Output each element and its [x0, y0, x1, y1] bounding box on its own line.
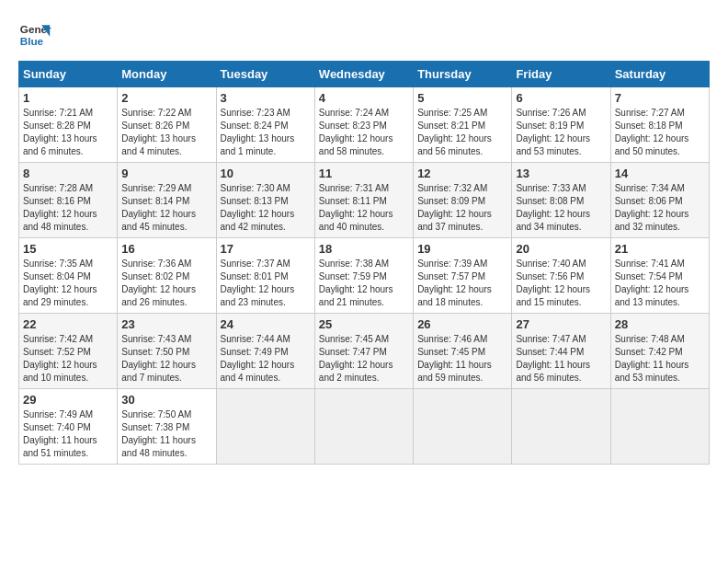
calendar-cell: 21Sunrise: 7:41 AMSunset: 7:54 PMDayligh…	[610, 238, 709, 314]
calendar-cell: 22Sunrise: 7:42 AMSunset: 7:52 PMDayligh…	[19, 314, 118, 389]
column-header-thursday: Thursday	[414, 62, 512, 87]
day-number: 28	[615, 317, 705, 331]
calendar-cell: 19Sunrise: 7:39 AMSunset: 7:57 PMDayligh…	[414, 238, 512, 314]
day-info: Sunrise: 7:26 AMSunset: 8:19 PMDaylight:…	[516, 107, 606, 158]
calendar-cell: 10Sunrise: 7:30 AMSunset: 8:13 PMDayligh…	[216, 163, 314, 238]
day-number: 12	[417, 167, 507, 180]
calendar-cell	[314, 389, 413, 465]
calendar-table: SundayMondayTuesdayWednesdayThursdayFrid…	[18, 61, 710, 465]
day-info: Sunrise: 7:24 AMSunset: 8:23 PMDaylight:…	[319, 107, 409, 158]
calendar-cell: 25Sunrise: 7:45 AMSunset: 7:47 PMDayligh…	[314, 314, 413, 389]
calendar-cell: 4Sunrise: 7:24 AMSunset: 8:23 PMDaylight…	[314, 87, 413, 163]
calendar-cell: 14Sunrise: 7:34 AMSunset: 8:06 PMDayligh…	[610, 163, 709, 238]
day-info: Sunrise: 7:29 AMSunset: 8:14 PMDaylight:…	[121, 182, 211, 234]
calendar-cell: 7Sunrise: 7:27 AMSunset: 8:18 PMDaylight…	[610, 87, 709, 163]
day-number: 14	[615, 167, 705, 180]
day-number: 23	[121, 317, 211, 331]
day-number: 18	[319, 242, 409, 256]
day-info: Sunrise: 7:47 AMSunset: 7:44 PMDaylight:…	[516, 333, 606, 385]
day-number: 16	[121, 242, 211, 256]
day-info: Sunrise: 7:49 AMSunset: 7:40 PMDaylight:…	[23, 408, 113, 460]
column-header-friday: Friday	[512, 62, 610, 87]
day-info: Sunrise: 7:38 AMSunset: 7:59 PMDaylight:…	[319, 258, 409, 309]
day-number: 26	[417, 317, 507, 331]
calendar-cell: 12Sunrise: 7:32 AMSunset: 8:09 PMDayligh…	[414, 163, 512, 238]
day-info: Sunrise: 7:28 AMSunset: 8:16 PMDaylight:…	[23, 182, 113, 234]
calendar-cell: 26Sunrise: 7:46 AMSunset: 7:45 PMDayligh…	[414, 314, 512, 389]
column-header-monday: Monday	[118, 62, 216, 87]
column-header-tuesday: Tuesday	[216, 62, 314, 87]
calendar-cell: 13Sunrise: 7:33 AMSunset: 8:08 PMDayligh…	[512, 163, 610, 238]
calendar-cell: 2Sunrise: 7:22 AMSunset: 8:26 PMDaylight…	[118, 87, 216, 163]
calendar-cell: 23Sunrise: 7:43 AMSunset: 7:50 PMDayligh…	[118, 314, 216, 389]
day-info: Sunrise: 7:35 AMSunset: 8:04 PMDaylight:…	[23, 258, 113, 309]
day-number: 5	[417, 91, 507, 105]
day-info: Sunrise: 7:22 AMSunset: 8:26 PMDaylight:…	[121, 107, 211, 158]
svg-text:Blue: Blue	[20, 35, 44, 47]
day-number: 15	[23, 242, 113, 256]
day-info: Sunrise: 7:34 AMSunset: 8:06 PMDaylight:…	[615, 182, 705, 234]
day-number: 27	[516, 317, 606, 331]
calendar-cell: 1Sunrise: 7:21 AMSunset: 8:28 PMDaylight…	[19, 87, 118, 163]
calendar-cell: 24Sunrise: 7:44 AMSunset: 7:49 PMDayligh…	[216, 314, 314, 389]
day-info: Sunrise: 7:46 AMSunset: 7:45 PMDaylight:…	[417, 333, 507, 385]
day-info: Sunrise: 7:25 AMSunset: 8:21 PMDaylight:…	[417, 107, 507, 158]
day-info: Sunrise: 7:45 AMSunset: 7:47 PMDaylight:…	[319, 333, 409, 385]
day-number: 29	[23, 393, 113, 407]
day-number: 6	[516, 91, 606, 105]
day-number: 11	[319, 167, 409, 180]
calendar-cell	[414, 389, 512, 465]
day-number: 2	[121, 91, 211, 105]
calendar-cell: 27Sunrise: 7:47 AMSunset: 7:44 PMDayligh…	[512, 314, 610, 389]
calendar-cell: 9Sunrise: 7:29 AMSunset: 8:14 PMDaylight…	[118, 163, 216, 238]
calendar-cell: 29Sunrise: 7:49 AMSunset: 7:40 PMDayligh…	[19, 389, 118, 465]
day-number: 13	[516, 167, 606, 180]
day-info: Sunrise: 7:32 AMSunset: 8:09 PMDaylight:…	[417, 182, 507, 234]
column-header-wednesday: Wednesday	[314, 62, 413, 87]
day-info: Sunrise: 7:50 AMSunset: 7:38 PMDaylight:…	[121, 408, 211, 460]
calendar-cell: 3Sunrise: 7:23 AMSunset: 8:24 PMDaylight…	[216, 87, 314, 163]
day-info: Sunrise: 7:44 AMSunset: 7:49 PMDaylight:…	[221, 333, 311, 385]
day-number: 21	[615, 242, 705, 256]
day-number: 19	[417, 242, 507, 256]
day-number: 10	[221, 167, 311, 180]
calendar-cell: 11Sunrise: 7:31 AMSunset: 8:11 PMDayligh…	[314, 163, 413, 238]
column-header-sunday: Sunday	[19, 62, 118, 87]
day-info: Sunrise: 7:21 AMSunset: 8:28 PMDaylight:…	[23, 107, 113, 158]
day-info: Sunrise: 7:23 AMSunset: 8:24 PMDaylight:…	[221, 107, 311, 158]
day-info: Sunrise: 7:41 AMSunset: 7:54 PMDaylight:…	[615, 258, 705, 309]
day-number: 9	[121, 167, 211, 180]
day-number: 24	[221, 317, 311, 331]
day-number: 25	[319, 317, 409, 331]
calendar-cell: 5Sunrise: 7:25 AMSunset: 8:21 PMDaylight…	[414, 87, 512, 163]
day-info: Sunrise: 7:31 AMSunset: 8:11 PMDaylight:…	[319, 182, 409, 234]
day-number: 20	[516, 242, 606, 256]
day-info: Sunrise: 7:30 AMSunset: 8:13 PMDaylight:…	[221, 182, 311, 234]
day-info: Sunrise: 7:42 AMSunset: 7:52 PMDaylight:…	[23, 333, 113, 385]
column-header-saturday: Saturday	[610, 62, 709, 87]
page-header: General Blue	[18, 18, 710, 52]
logo: General Blue	[18, 18, 51, 52]
calendar-cell: 6Sunrise: 7:26 AMSunset: 8:19 PMDaylight…	[512, 87, 610, 163]
day-number: 1	[23, 91, 113, 105]
day-number: 3	[221, 91, 311, 105]
calendar-cell	[512, 389, 610, 465]
day-info: Sunrise: 7:37 AMSunset: 8:01 PMDaylight:…	[221, 258, 311, 309]
day-info: Sunrise: 7:27 AMSunset: 8:18 PMDaylight:…	[615, 107, 705, 158]
calendar-cell: 16Sunrise: 7:36 AMSunset: 8:02 PMDayligh…	[118, 238, 216, 314]
day-number: 8	[23, 167, 113, 180]
calendar-cell	[216, 389, 314, 465]
day-number: 30	[121, 393, 211, 407]
day-info: Sunrise: 7:33 AMSunset: 8:08 PMDaylight:…	[516, 182, 606, 234]
calendar-cell: 20Sunrise: 7:40 AMSunset: 7:56 PMDayligh…	[512, 238, 610, 314]
calendar-cell	[610, 389, 709, 465]
day-number: 4	[319, 91, 409, 105]
day-number: 17	[221, 242, 311, 256]
day-info: Sunrise: 7:43 AMSunset: 7:50 PMDaylight:…	[121, 333, 211, 385]
logo-icon: General Blue	[18, 18, 51, 52]
day-number: 22	[23, 317, 113, 331]
day-info: Sunrise: 7:36 AMSunset: 8:02 PMDaylight:…	[121, 258, 211, 309]
day-info: Sunrise: 7:39 AMSunset: 7:57 PMDaylight:…	[417, 258, 507, 309]
day-info: Sunrise: 7:40 AMSunset: 7:56 PMDaylight:…	[516, 258, 606, 309]
calendar-cell: 17Sunrise: 7:37 AMSunset: 8:01 PMDayligh…	[216, 238, 314, 314]
